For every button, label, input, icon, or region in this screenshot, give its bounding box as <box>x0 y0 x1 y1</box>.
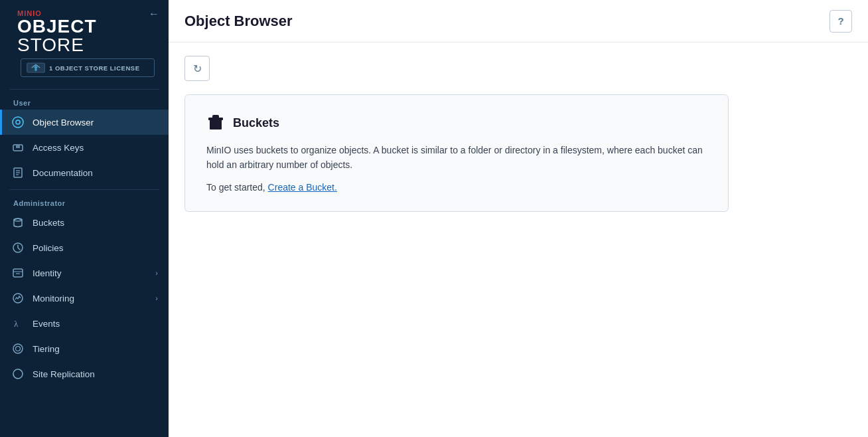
refresh-icon: ↻ <box>193 62 202 75</box>
info-card-description: MinIO uses buckets to organize objects. … <box>206 143 707 173</box>
object-browser-icon <box>11 116 25 129</box>
license-badge: 1 OBJECT STORE LICENSE <box>21 58 155 77</box>
buckets-info-card: Buckets MinIO uses buckets to organize o… <box>184 94 729 212</box>
user-section-label: User <box>0 94 169 110</box>
svg-rect-22 <box>208 118 223 120</box>
svg-point-18 <box>13 344 23 353</box>
sidebar: ← MINIO OBJECT STORE 1 OBJECT STORE LICE… <box>0 0 169 437</box>
sidebar-item-identity[interactable]: Identity › <box>0 260 169 286</box>
documentation-icon <box>11 166 25 179</box>
sidebar-item-monitoring[interactable]: Monitoring › <box>0 286 169 311</box>
svg-rect-21 <box>210 119 222 130</box>
tiering-icon <box>11 342 25 355</box>
page-title: Object Browser <box>184 13 293 30</box>
main-body: ↻ Buckets MinIO uses buckets to organize… <box>169 43 868 437</box>
info-card-header: Buckets <box>206 114 707 132</box>
policies-icon <box>11 241 25 254</box>
svg-point-2 <box>13 117 23 128</box>
identity-chevron-icon: › <box>155 269 158 277</box>
site-replication-icon <box>11 367 25 381</box>
sidebar-logo-area: ← MINIO OBJECT STORE 1 OBJECT STORE LICE… <box>0 0 169 85</box>
main-content: Object Browser ? ↻ Buckets MinIO uses bu… <box>169 0 868 437</box>
info-card-title: Buckets <box>233 116 279 130</box>
sidebar-item-label-buckets: Buckets <box>33 218 158 228</box>
info-card-cta: To get started, Create a Bucket. <box>206 182 707 193</box>
identity-icon <box>11 266 25 280</box>
events-icon: λ <box>11 317 25 330</box>
license-text: 1 OBJECT STORE LICENSE <box>49 64 139 72</box>
sidebar-collapse-button[interactable]: ← <box>146 7 162 21</box>
admin-section-label: Administrator <box>0 194 169 210</box>
monitoring-chevron-icon: › <box>155 294 158 302</box>
sidebar-item-label-documentation: Documentation <box>33 168 158 178</box>
svg-rect-13 <box>13 269 23 277</box>
svg-point-3 <box>16 120 20 124</box>
sidebar-item-buckets[interactable]: Buckets <box>0 210 169 235</box>
svg-text:λ: λ <box>14 319 19 329</box>
sidebar-item-access-keys[interactable]: Access Keys <box>0 135 169 160</box>
access-keys-icon <box>11 141 25 154</box>
create-bucket-link[interactable]: Create a Bucket. <box>268 182 337 193</box>
sidebar-item-label-tiering: Tiering <box>33 344 158 354</box>
license-icon <box>27 61 45 74</box>
logo: MINIO OBJECT STORE 1 OBJECT STORE LICENS… <box>11 9 158 77</box>
help-button[interactable]: ? <box>830 10 852 33</box>
sidebar-item-documentation[interactable]: Documentation <box>0 160 169 185</box>
sidebar-item-label-monitoring: Monitoring <box>33 294 147 304</box>
cta-prefix-text: To get started, <box>206 182 265 193</box>
sidebar-item-site-replication[interactable]: Site Replication <box>0 361 169 387</box>
sidebar-item-label-events: Events <box>33 319 158 329</box>
refresh-button[interactable]: ↻ <box>184 56 210 81</box>
bucket-icon <box>206 114 225 132</box>
svg-point-19 <box>16 347 21 351</box>
sidebar-item-tiering[interactable]: Tiering <box>0 336 169 361</box>
monitoring-icon <box>11 292 25 305</box>
sidebar-divider-1 <box>9 89 159 90</box>
sidebar-item-policies[interactable]: Policies <box>0 235 169 260</box>
sidebar-item-label-identity: Identity <box>33 268 147 278</box>
sidebar-item-label-site-replication: Site Replication <box>33 369 158 379</box>
sidebar-item-events[interactable]: λ Events <box>0 311 169 336</box>
main-header: Object Browser ? <box>169 0 868 43</box>
sidebar-item-label-policies: Policies <box>33 243 158 253</box>
minio-brand: OBJECT STORE <box>17 17 158 54</box>
buckets-icon <box>11 216 25 229</box>
sidebar-item-label-access-keys: Access Keys <box>33 143 158 153</box>
sidebar-divider-2 <box>9 189 159 190</box>
sidebar-item-object-browser[interactable]: Object Browser <box>0 110 169 135</box>
sidebar-item-label-object-browser: Object Browser <box>33 118 158 128</box>
